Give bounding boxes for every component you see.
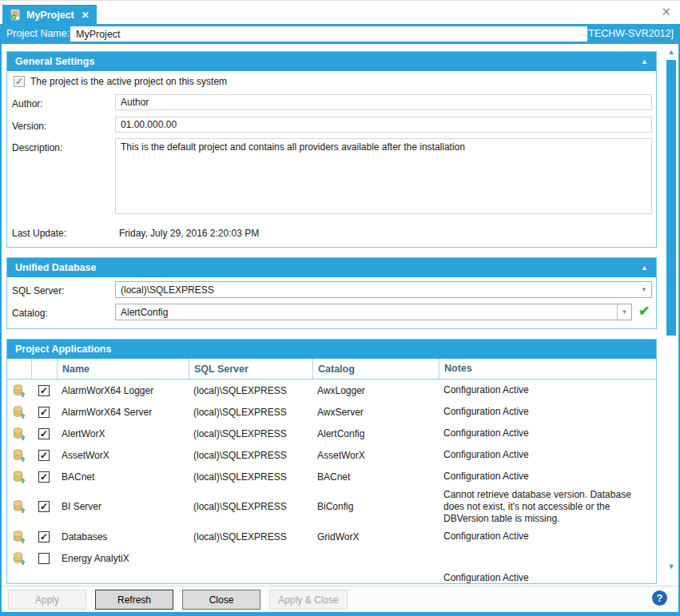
collapse-arrow-icon[interactable]: ▲	[641, 58, 648, 66]
app-sql-server: (local)\SQLEXPRESS	[189, 450, 312, 461]
close-button[interactable]: Close	[182, 590, 260, 610]
database-icon	[7, 531, 31, 543]
app-checkbox[interactable]	[38, 450, 50, 461]
table-row-alarmworx64-server[interactable]: AlarmWorX64 Server (local)\SQLEXPRESS Aw…	[7, 401, 656, 423]
app-catalog: BiConfig	[312, 501, 439, 512]
app-checkbox[interactable]	[38, 553, 50, 564]
app-notes: Configuration Active (The configuration …	[439, 572, 656, 584]
table-row-bacnet[interactable]: BACnet (local)\SQLEXPRESS BACnet Configu…	[7, 466, 656, 487]
catalog-label: Catalog:	[12, 308, 48, 319]
table-row-alertworx[interactable]: AlertWorX (local)\SQLEXPRESS AlertConfig…	[7, 423, 656, 444]
app-checkbox[interactable]	[38, 471, 50, 483]
project-applications-header[interactable]: Project Applications	[7, 340, 656, 359]
app-name: AlertWorX	[57, 428, 189, 439]
description-label: Description:	[12, 142, 62, 153]
project-applications-title: Project Applications	[15, 344, 111, 355]
app-notes: Cannot retrieve database version. Databa…	[439, 489, 656, 525]
tab-title: MyProject	[26, 10, 74, 21]
app-name: BACnet	[57, 471, 189, 483]
app-name: BI Server	[57, 501, 189, 512]
scroll-down-icon[interactable]: ▼	[666, 561, 677, 572]
app-checkbox[interactable]	[38, 531, 50, 542]
window-border-left	[0, 24, 2, 616]
app-name: Databases	[57, 531, 189, 542]
app-name: AssetWorX	[57, 450, 189, 461]
app-notes: Configuration Active	[439, 406, 656, 418]
checkbox-column-header	[31, 359, 57, 379]
app-name: Energy AnalytiX	[57, 553, 189, 564]
app-checkbox[interactable]	[38, 428, 50, 439]
applications-table-header: Name SQL Server Catalog Notes	[7, 359, 656, 380]
general-settings-title: General Settings	[15, 56, 94, 67]
notes-column-header[interactable]: Notes	[439, 359, 656, 379]
project-name-input[interactable]	[70, 26, 587, 42]
version-label: Version:	[12, 121, 46, 132]
sql-server-column-header[interactable]: SQL Server	[189, 359, 312, 379]
author-input[interactable]	[115, 94, 652, 110]
app-catalog: AwxServer	[312, 407, 439, 418]
unified-database-title: Unified Database	[15, 262, 96, 273]
server-badge: [TECHW-SVR2012]	[586, 28, 674, 39]
project-document-icon	[10, 9, 22, 21]
sql-server-combobox[interactable]: (local)\SQLEXPRESS ▼	[115, 281, 652, 298]
app-catalog: AwxLogger	[312, 385, 439, 396]
app-notes: Configuration Active	[439, 427, 656, 439]
unified-database-section: Unified Database ▲ SQL Server: (local)\S…	[6, 257, 657, 329]
apply-button: Apply	[8, 590, 86, 610]
tab-bar: MyProject ✕ ✕	[0, 0, 680, 24]
database-icon	[7, 406, 31, 419]
tab-close-icon[interactable]: ✕	[82, 10, 89, 21]
catalog-column-header[interactable]: Catalog	[312, 359, 439, 379]
scrollbar-thumb[interactable]	[666, 60, 676, 336]
version-input[interactable]	[115, 117, 652, 133]
app-catalog: BACnet	[312, 471, 439, 483]
name-column-header[interactable]: Name	[57, 359, 189, 379]
scroll-up-icon[interactable]: ▲	[666, 46, 677, 58]
chevron-down-icon[interactable]: ▼	[617, 304, 631, 320]
catalog-combobox[interactable]: AlertConfig ▼	[115, 304, 632, 320]
table-row-partial[interactable]: Configuration Active (The configuration …	[7, 569, 656, 584]
catalog-valid-check-icon: ✔	[638, 303, 650, 320]
database-icon	[7, 471, 31, 483]
database-icon	[7, 449, 31, 462]
app-checkbox[interactable]	[38, 501, 50, 512]
refresh-button[interactable]: Refresh	[95, 590, 173, 610]
table-row-assetworx[interactable]: AssetWorX (local)\SQLEXPRESS AssetWorX C…	[7, 444, 656, 466]
vertical-scrollbar[interactable]: ▲ ▼	[666, 45, 677, 583]
app-catalog: GridWorX	[312, 531, 439, 542]
database-icon	[7, 500, 31, 513]
table-row-energy-analytix[interactable]: Energy AnalytiX	[7, 547, 656, 569]
unified-database-header[interactable]: Unified Database ▲	[7, 258, 656, 277]
app-sql-server: (local)\SQLEXPRESS	[189, 385, 312, 396]
app-catalog: AlertConfig	[312, 428, 439, 439]
app-name: AlarmWorX64 Server	[57, 407, 189, 418]
database-icon	[7, 552, 31, 565]
sql-server-label: SQL Server:	[12, 285, 65, 296]
catalog-value: AlertConfig	[116, 307, 617, 318]
footer-button-bar: Apply Refresh Close Apply & Close ?	[2, 586, 678, 612]
app-notes: Configuration Active	[439, 531, 656, 542]
active-project-checkbox	[14, 76, 25, 87]
table-row-databases[interactable]: Databases (local)\SQLEXPRESS GridWorX Co…	[7, 526, 656, 547]
apply-and-close-button: Apply & Close	[269, 590, 348, 610]
table-row-bi-server[interactable]: BI Server (local)\SQLEXPRESS BiConfig Ca…	[7, 487, 656, 526]
chevron-down-icon[interactable]: ▼	[637, 282, 651, 297]
app-checkbox[interactable]	[38, 385, 50, 396]
description-textarea[interactable]: This is the default project and contains…	[115, 138, 652, 214]
help-icon[interactable]: ?	[652, 590, 667, 606]
icon-column-header	[7, 359, 31, 379]
app-checkbox[interactable]	[38, 407, 50, 418]
collapse-arrow-icon[interactable]: ▲	[641, 264, 648, 272]
general-settings-header[interactable]: General Settings ▲	[7, 52, 656, 71]
app-notes: Configuration Active	[439, 471, 656, 483]
sql-server-value: (local)\SQLEXPRESS	[116, 284, 637, 296]
table-row-alarmworx64-logger[interactable]: AlarmWorX64 Logger (local)\SQLEXPRESS Aw…	[7, 380, 656, 401]
active-project-label: The project is the active project on thi…	[30, 76, 227, 87]
pane-close-icon[interactable]: ✕	[661, 6, 671, 18]
tab-myproject[interactable]: MyProject ✕	[2, 5, 97, 25]
app-sql-server: (local)\SQLEXPRESS	[189, 428, 312, 439]
app-notes: Configuration Active	[439, 384, 656, 396]
last-update-value: Friday, July 29, 2016 2:20:03 PM	[119, 228, 259, 239]
app-notes: Configuration Active	[439, 449, 656, 461]
app-sql-server: (local)\SQLEXPRESS	[189, 531, 312, 542]
